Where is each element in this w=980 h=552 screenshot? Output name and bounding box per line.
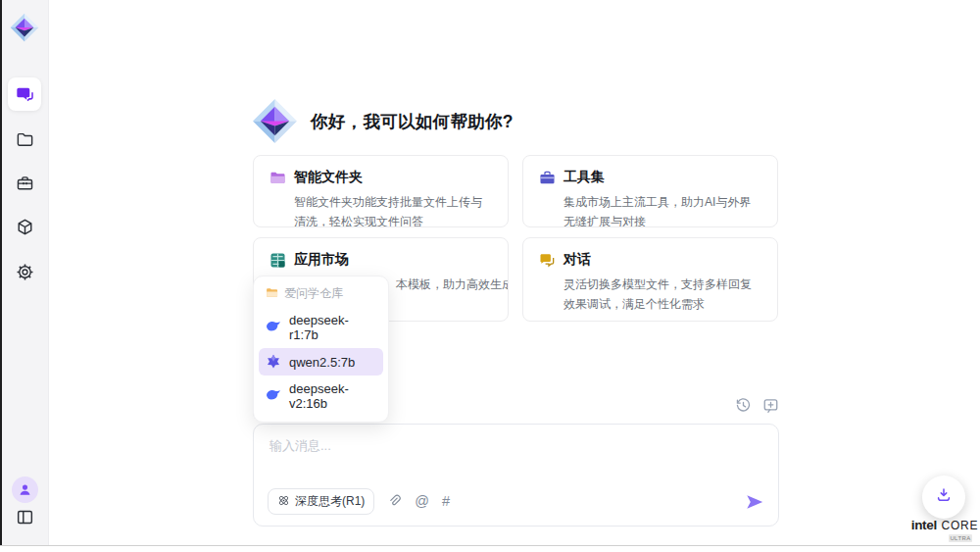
deep-think-button[interactable]: 深度思考(R1)	[268, 488, 374, 515]
folder-icon	[16, 130, 34, 149]
greeting-header: 你好，我可以如何帮助你?	[252, 98, 514, 144]
model-option-label: deepseek-r1:7b	[289, 313, 376, 342]
sidebar-item-models[interactable]	[8, 210, 41, 243]
card-title: 智能文件夹	[294, 169, 363, 186]
model-option-label: deepseek-v2:16b	[289, 381, 376, 411]
card-dialogue[interactable]: 对话 灵活切换多模型文件，支持多样回复效果调试，满足个性化需求	[522, 237, 778, 322]
deepseek-whale-icon	[266, 388, 281, 404]
download-button[interactable]	[922, 476, 965, 519]
briefcase-icon	[16, 175, 34, 193]
chat-bubbles-icon	[539, 252, 556, 269]
model-dropdown-menu: 爱问学仓库 deepseek-r1:7b qwen2.5:7b deepseek…	[253, 276, 389, 423]
intel-badge: ultra	[949, 534, 972, 542]
folder-icon	[270, 170, 286, 186]
panel-toggle-icon	[16, 508, 34, 527]
atom-icon	[277, 494, 290, 510]
deep-think-label: 深度思考(R1)	[295, 493, 365, 510]
app-grid-icon	[270, 252, 286, 269]
collapse-sidebar-button[interactable]	[8, 500, 41, 533]
paperclip-icon[interactable]	[387, 494, 402, 509]
download-icon	[935, 486, 953, 508]
repo-folder-icon	[266, 286, 278, 302]
app-logo-icon	[252, 98, 298, 144]
card-title: 应用市场	[294, 251, 349, 269]
cube-icon	[16, 218, 34, 236]
model-option-qwen[interactable]: qwen2.5:7b	[259, 348, 383, 376]
core-wordmark: core	[941, 519, 978, 532]
message-composer: 深度思考(R1) @ #	[253, 424, 779, 527]
user-icon	[12, 477, 38, 503]
page-title: 你好，我可以如何帮助你?	[311, 110, 514, 133]
card-title: 工具集	[564, 169, 605, 186]
new-chat-icon[interactable]	[762, 397, 779, 418]
model-menu-header-label: 爱问学仓库	[284, 285, 343, 302]
card-description: 智能文件夹功能支持批量文件上传与清洗，轻松实现文件问答	[294, 192, 492, 227]
sidebar-item-chat[interactable]	[8, 77, 41, 111]
deepseek-whale-icon	[266, 320, 281, 335]
model-menu-header: 爱问学仓库	[259, 281, 383, 307]
window-left-edge	[0, 0, 2, 545]
card-description: 集成市场上主流工具，助力AI与外界无缝扩展与对接	[564, 192, 761, 227]
chat-icon	[16, 85, 34, 104]
card-toolset[interactable]: 工具集 集成市场上主流工具，助力AI与外界无缝扩展与对接	[522, 155, 778, 227]
model-option-label: qwen2.5:7b	[289, 355, 355, 370]
hash-icon[interactable]: #	[442, 494, 450, 509]
gear-icon	[16, 263, 34, 281]
window-bottom-divider	[0, 545, 980, 546]
sidebar-item-folders[interactable]	[8, 123, 41, 156]
intel-wordmark: intel	[911, 518, 937, 532]
briefcase-icon	[539, 170, 556, 186]
intel-core-logo: intel core ultra	[909, 517, 980, 542]
composer-toolbar: 深度思考(R1) @ #	[268, 488, 764, 515]
sidebar	[0, 0, 49, 545]
card-smart-folders[interactable]: 智能文件夹 智能文件夹功能支持批量文件上传与清洗，轻松实现文件问答	[253, 155, 509, 227]
card-title: 对话	[564, 251, 591, 269]
app-logo-icon	[10, 13, 39, 42]
model-option-deepseek-r1[interactable]: deepseek-r1:7b	[259, 307, 383, 348]
send-button[interactable]	[745, 492, 764, 512]
qwen-icon	[266, 354, 281, 370]
card-description: 灵活切换多模型文件，支持多样回复效果调试，满足个性化需求	[564, 275, 761, 315]
at-icon[interactable]: @	[415, 494, 429, 509]
message-input[interactable]	[268, 435, 703, 484]
sidebar-item-toolbox[interactable]	[8, 167, 41, 200]
sidebar-item-settings[interactable]	[8, 255, 41, 288]
history-icon[interactable]	[735, 397, 752, 418]
model-option-deepseek-v2[interactable]: deepseek-v2:16b	[259, 376, 383, 417]
conversation-actions	[735, 397, 779, 418]
